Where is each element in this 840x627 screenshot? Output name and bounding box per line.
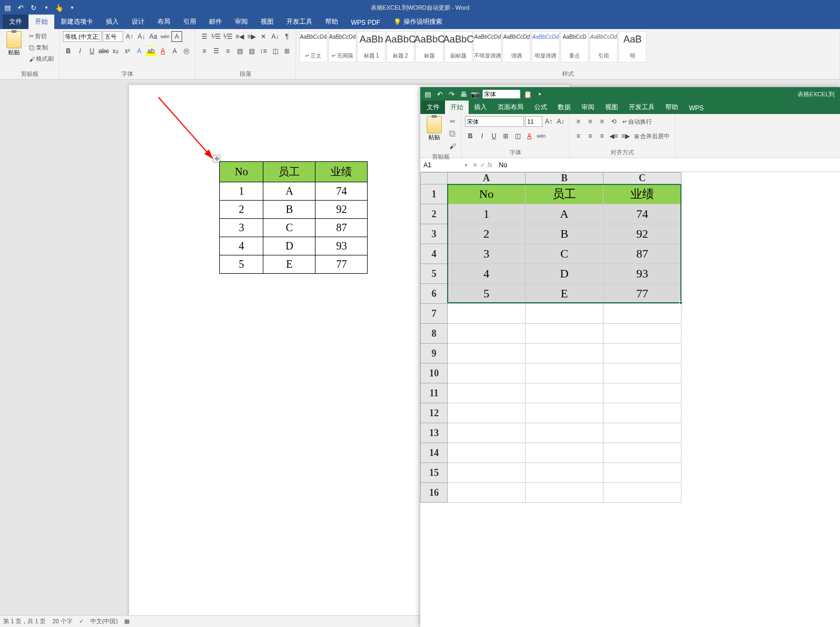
qat-more-icon[interactable]: ▾	[535, 90, 544, 98]
column-header[interactable]: A	[448, 173, 526, 184]
cut-button[interactable]: ✂剪切	[27, 31, 56, 41]
grow-font-icon[interactable]: A↑	[124, 31, 135, 42]
tab-view[interactable]: 视图	[254, 15, 280, 29]
table-cell[interactable]: A	[263, 182, 315, 201]
tab-help[interactable]: 帮助	[660, 101, 684, 114]
font-color-icon[interactable]: A	[157, 46, 168, 56]
enclose-char-icon[interactable]: ㊕	[181, 46, 192, 56]
excel-cell[interactable]: C	[526, 244, 604, 264]
inc-indent-icon[interactable]: ≡▶	[620, 131, 631, 141]
table-cell[interactable]: C	[263, 219, 315, 237]
tab-newtab[interactable]: 新建选项卡	[54, 15, 99, 29]
highlight-icon[interactable]: ab	[146, 46, 156, 56]
excel-grid[interactable]: ABC1No员工业绩21A7432B9243C8754D9365E7778910…	[420, 172, 840, 627]
style-item[interactable]: AaBb标题 1	[357, 31, 385, 62]
phonetic-icon[interactable]: wén	[160, 31, 170, 42]
status-page[interactable]: 第 1 页，共 1 页	[3, 617, 46, 625]
multilevel-icon[interactable]: ⅟☰	[222, 31, 233, 42]
table-cell[interactable]: 77	[315, 255, 368, 274]
excel-cell[interactable]	[604, 443, 681, 463]
copy-icon[interactable]: ⿻	[447, 129, 458, 139]
excel-cell[interactable]	[604, 383, 681, 403]
excel-cell[interactable]	[526, 364, 604, 383]
column-header[interactable]: C	[604, 173, 681, 184]
table-cell[interactable]: 2	[220, 201, 263, 219]
macro-icon[interactable]: ▦	[124, 618, 130, 625]
tab-data[interactable]: 数据	[552, 101, 576, 114]
tab-review[interactable]: 审阅	[228, 15, 254, 29]
dec-indent-icon[interactable]: ◀≡	[608, 131, 619, 141]
formula-bar[interactable]: No	[496, 161, 840, 169]
text-effects-icon[interactable]: A	[134, 46, 145, 56]
namebox-dropdown-icon[interactable]: ▾	[463, 162, 469, 168]
bold-icon[interactable]: B	[465, 131, 476, 141]
row-header[interactable]: 11	[421, 383, 448, 403]
table-header-cell[interactable]: 业绩	[315, 162, 368, 182]
excel-cell[interactable]	[448, 443, 526, 463]
align-right-icon[interactable]: ≡	[597, 131, 607, 141]
table-cell[interactable]: 74	[315, 182, 368, 201]
copy-button[interactable]: ⿻复制	[27, 42, 56, 53]
tab-references[interactable]: 引用	[177, 15, 203, 29]
camera-icon[interactable]: 📷	[471, 90, 479, 98]
excel-cell[interactable]: 员工	[526, 184, 604, 204]
cut-icon[interactable]: ✂	[447, 116, 458, 127]
excel-cell[interactable]	[448, 483, 526, 503]
excel-cell[interactable]	[526, 443, 604, 463]
asian-layout-icon[interactable]: ✕	[258, 31, 269, 42]
table-header-cell[interactable]: No	[220, 162, 263, 182]
row-header[interactable]: 15	[421, 463, 448, 483]
char-shading-icon[interactable]: A	[169, 46, 180, 56]
excel-cell[interactable]: 3	[448, 244, 526, 264]
strikethrough-icon[interactable]: abc	[98, 46, 109, 56]
excel-cell[interactable]	[526, 463, 604, 483]
excel-cell[interactable]	[448, 344, 526, 364]
paste-button[interactable]: 粘贴	[3, 31, 25, 69]
excel-cell[interactable]	[526, 304, 604, 324]
excel-cell[interactable]	[604, 324, 681, 344]
superscript-icon[interactable]: x²	[122, 46, 133, 56]
row-header[interactable]: 6	[421, 284, 448, 304]
excel-cell[interactable]	[526, 423, 604, 443]
table-cell[interactable]: E	[263, 255, 315, 274]
select-all-corner[interactable]	[421, 173, 448, 184]
row-header[interactable]: 8	[421, 324, 448, 344]
quick-print-icon[interactable]: 🖶	[459, 90, 468, 98]
excel-cell[interactable]	[448, 383, 526, 403]
shrink-font-icon[interactable]: A↓	[136, 31, 147, 42]
distribute-icon[interactable]: ▤	[246, 46, 257, 56]
style-item[interactable]: AaBbC标题 2	[386, 31, 414, 62]
excel-cell[interactable]	[526, 403, 604, 423]
style-item[interactable]: AaBbC副标题	[444, 31, 472, 62]
subscript-icon[interactable]: x₂	[110, 46, 121, 56]
style-item[interactable]: AaBbC标题	[415, 31, 443, 62]
tab-formulas[interactable]: 公式	[529, 101, 552, 114]
tab-insert[interactable]: 插入	[99, 15, 125, 29]
column-header[interactable]: B	[526, 173, 604, 184]
enter-icon[interactable]: ✓	[480, 161, 485, 169]
style-item[interactable]: AaB明	[619, 31, 647, 62]
table-cell[interactable]: D	[263, 237, 315, 255]
save-icon[interactable]: ▤	[3, 3, 12, 12]
style-item[interactable]: AaBbCcD要点	[561, 31, 588, 62]
excel-cell[interactable]	[448, 423, 526, 443]
shrink-font-icon[interactable]: A↓	[555, 116, 566, 127]
tab-developer[interactable]: 开发工具	[280, 15, 319, 29]
word-embedded-table[interactable]: No员工业绩1A742B923C874D935E77	[219, 161, 368, 274]
row-header[interactable]: 3	[421, 224, 448, 244]
tab-home[interactable]: 开始	[28, 15, 54, 29]
excel-cell[interactable]	[604, 483, 681, 503]
underline-icon[interactable]: U	[489, 131, 499, 141]
align-top-icon[interactable]: ≡	[573, 116, 584, 127]
wrap-text-button[interactable]: ↵自动换行	[620, 117, 654, 127]
excel-cell[interactable]	[604, 463, 681, 483]
excel-cell[interactable]: D	[526, 264, 604, 284]
paste-button[interactable]: 粘贴	[423, 116, 445, 152]
spell-check-icon[interactable]: ✓	[79, 618, 84, 625]
phonetic-icon[interactable]: wén	[536, 131, 547, 141]
touch-mode-icon[interactable]: 👆	[55, 3, 63, 12]
redo-icon[interactable]: ↷	[447, 90, 456, 98]
qat-paste-icon[interactable]: 📋	[523, 90, 532, 98]
fill-color-icon[interactable]: ◫	[512, 131, 523, 141]
align-bottom-icon[interactable]: ≡	[597, 116, 607, 127]
